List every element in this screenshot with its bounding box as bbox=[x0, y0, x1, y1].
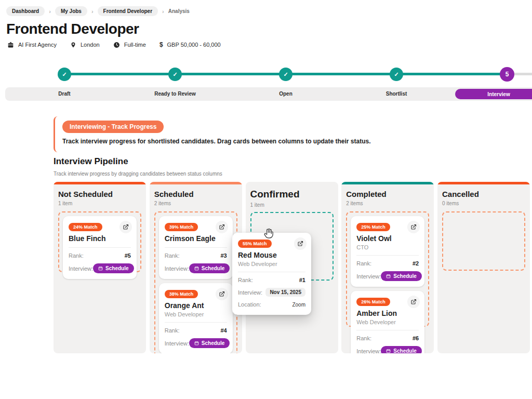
location-value: Zoom bbox=[292, 302, 305, 308]
step-dot-ready-to-review[interactable]: ✓ bbox=[168, 68, 182, 81]
interview-row: Interview: Schedule bbox=[356, 346, 419, 353]
candidate-card-amber-lion[interactable]: 26% Match Amber Lion Web Developer Rank:… bbox=[351, 291, 424, 353]
step-dot-shortlist[interactable]: ✓ bbox=[390, 68, 403, 81]
candidate-role: Web Developer bbox=[356, 319, 419, 325]
dropzone-scheduled[interactable]: 39% Match Crimson Eagle Rank: #3 Intervi… bbox=[154, 211, 237, 353]
step-dot-draft[interactable]: ✓ bbox=[58, 68, 71, 81]
pipeline-title: Interview Pipeline bbox=[54, 156, 128, 167]
external-link-icon[interactable] bbox=[407, 221, 420, 233]
column-completed: Completed 2 items 25% Match Violet Owl C… bbox=[341, 182, 434, 353]
breadcrumb-item-frontend-developer[interactable]: Frontend Developer bbox=[98, 6, 158, 16]
candidate-card-orange-ant[interactable]: 38% Match Orange Ant Web Developer Rank:… bbox=[159, 283, 233, 353]
step-label-ready-to-review: Ready to Review bbox=[139, 91, 211, 97]
schedule-button[interactable]: Schedule bbox=[381, 271, 421, 281]
candidate-name: Violet Owl bbox=[356, 234, 419, 243]
rank-value: #5 bbox=[125, 252, 131, 259]
alert-badge: Interviewing - Track Progress bbox=[62, 121, 164, 133]
interview-label: Interview: bbox=[165, 265, 189, 272]
interviewing-alert: Interviewing - Track Progress Track inte… bbox=[54, 116, 422, 152]
rank-row: Rank: #6 bbox=[356, 334, 419, 342]
candidate-card-crimson-eagle[interactable]: 39% Match Crimson Eagle Rank: #3 Intervi… bbox=[159, 216, 233, 279]
column-title: Confirmed bbox=[250, 189, 334, 200]
calendar-icon bbox=[98, 266, 103, 271]
rank-row: Rank: #2 bbox=[356, 259, 419, 268]
external-link-icon[interactable] bbox=[407, 296, 420, 308]
candidate-name: Orange Ant bbox=[165, 301, 227, 310]
meta-location-label: London bbox=[81, 42, 100, 48]
column-accent-bar bbox=[54, 182, 146, 184]
rank-label: Rank: bbox=[356, 335, 371, 341]
schedule-button[interactable]: Schedule bbox=[93, 263, 134, 273]
column-count: 1 item bbox=[250, 202, 334, 208]
candidate-card-violet-owl[interactable]: 25% Match Violet Owl CTO Rank: #2 Interv… bbox=[351, 216, 424, 287]
dropzone-cancelled[interactable] bbox=[442, 211, 525, 271]
alert-text: Track interview progress for shortlisted… bbox=[62, 138, 422, 145]
candidate-card-blue-finch[interactable]: 24% Match Blue Finch Rank: #5 Interview: bbox=[63, 216, 137, 279]
schedule-button[interactable]: Schedule bbox=[381, 346, 421, 353]
clock-icon bbox=[113, 42, 120, 48]
meta-salary-label: GBP 50,000 - 60,000 bbox=[167, 42, 221, 48]
meta-agency: AI First Agency bbox=[7, 42, 57, 48]
schedule-button-label: Schedule bbox=[202, 340, 224, 346]
calendar-icon bbox=[386, 349, 391, 353]
candidate-role: Web Developer bbox=[165, 311, 227, 317]
column-title: Scheduled bbox=[154, 190, 237, 198]
card-divider bbox=[69, 247, 131, 248]
column-accent-bar bbox=[437, 182, 530, 184]
match-badge: 24% Match bbox=[69, 223, 102, 231]
breadcrumb: Dashboard › My Jobs › Frontend Developer… bbox=[6, 6, 190, 16]
match-badge: 55% Match bbox=[238, 240, 272, 248]
breadcrumb-item-analysis: Analysis bbox=[168, 8, 190, 14]
step-label-shortlist: Shortlist bbox=[360, 91, 433, 97]
dropzone-completed[interactable]: 25% Match Violet Owl CTO Rank: #2 Interv… bbox=[346, 211, 429, 327]
rank-value: #6 bbox=[413, 335, 419, 341]
schedule-button[interactable]: Schedule bbox=[189, 263, 230, 273]
external-link-icon[interactable] bbox=[216, 288, 228, 300]
rank-label: Rank: bbox=[165, 327, 180, 334]
card-divider bbox=[356, 255, 419, 256]
location-label: Location: bbox=[238, 301, 261, 308]
column-cancelled: Cancelled 0 items bbox=[437, 182, 530, 353]
external-link-icon[interactable] bbox=[119, 221, 132, 233]
interview-row: Interview: Schedule bbox=[165, 338, 227, 348]
schedule-button[interactable]: Schedule bbox=[189, 338, 230, 348]
interview-label: Interview: bbox=[356, 273, 381, 280]
interview-label: Interview: bbox=[356, 348, 381, 354]
candidate-name: Crimson Eagle bbox=[165, 234, 227, 243]
interview-row: Interview: Nov 15, 2025 bbox=[238, 288, 305, 297]
external-link-icon[interactable] bbox=[216, 221, 228, 233]
dollar-icon: $ bbox=[159, 41, 163, 48]
match-badge: 38% Match bbox=[165, 290, 198, 298]
rank-label: Rank: bbox=[356, 260, 371, 267]
candidate-role: CTO bbox=[356, 244, 419, 250]
match-badge: 39% Match bbox=[165, 223, 198, 231]
step-dot-interview[interactable]: 5 bbox=[500, 67, 514, 82]
rank-label: Rank: bbox=[238, 277, 253, 283]
breadcrumb-item-dashboard[interactable]: Dashboard bbox=[6, 6, 45, 16]
candidate-card-red-mouse-dragging[interactable]: 55% Match Red Mouse Web Developer Rank: … bbox=[232, 233, 311, 315]
rank-value: #2 bbox=[413, 260, 419, 267]
step-dot-open[interactable]: ✓ bbox=[279, 68, 292, 81]
column-title: Cancelled bbox=[442, 190, 525, 198]
schedule-button-label: Schedule bbox=[393, 348, 416, 353]
page-title: Frontend Developer bbox=[6, 21, 139, 37]
match-badge: 26% Match bbox=[356, 298, 390, 306]
interview-row: Interview: Schedule bbox=[69, 263, 131, 273]
card-divider bbox=[165, 247, 227, 248]
dropzone-not-scheduled[interactable]: 24% Match Blue Finch Rank: #5 Interview: bbox=[58, 211, 141, 272]
external-link-icon[interactable] bbox=[294, 237, 307, 250]
rank-row: Rank: #3 bbox=[165, 251, 227, 260]
column-accent-bar bbox=[341, 182, 434, 184]
column-count: 2 items bbox=[346, 201, 429, 206]
breadcrumb-item-my-jobs[interactable]: My Jobs bbox=[55, 6, 87, 16]
step-label-draft: Draft bbox=[28, 91, 101, 97]
schedule-button-label: Schedule bbox=[105, 265, 128, 271]
rank-label: Rank: bbox=[69, 252, 84, 259]
rank-value: #3 bbox=[221, 252, 227, 259]
rank-row: Rank: #5 bbox=[69, 251, 131, 260]
column-count: 1 item bbox=[58, 201, 141, 206]
rank-row: Rank: #4 bbox=[165, 326, 227, 335]
job-meta-row: AI First Agency London Full-time $ GBP 5… bbox=[7, 41, 221, 48]
stepper-label-strip: Draft Ready to Review Open Shortlist Int… bbox=[5, 87, 532, 101]
candidate-role: Web Developer bbox=[238, 261, 305, 267]
